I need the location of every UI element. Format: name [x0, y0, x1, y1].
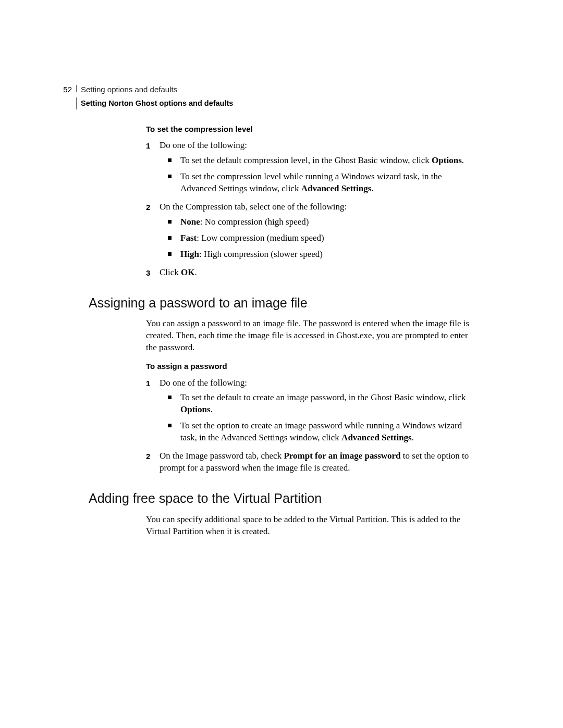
step-body: Do one of the following: To set the defa… — [160, 377, 474, 449]
step-body: Do one of the following: To set the defa… — [160, 140, 474, 199]
heading-assign-password: Assigning a password to an image file — [89, 294, 474, 312]
page-number: 52 — [62, 84, 72, 95]
compression-levels-list: None: No compression (high speed) Fast: … — [160, 216, 474, 261]
bold-term: Options — [180, 404, 211, 414]
bold-term: OK — [181, 267, 194, 277]
password-options-list: To set the default to create an image pa… — [160, 392, 474, 444]
list-item: To set the default compression level, in… — [160, 155, 474, 167]
chapter-title: Setting options and defaults — [81, 84, 177, 95]
procedure-title-compression: To set the compression level — [146, 124, 474, 134]
bold-term: None — [180, 217, 200, 227]
step-3: 3 Click OK. — [146, 267, 474, 279]
list-text: : High compression (slower speed) — [199, 249, 323, 259]
list-text-tail: . — [211, 404, 213, 414]
step-text: Do one of the following: — [160, 378, 247, 388]
step-text: On the Image password tab, check — [160, 451, 284, 461]
compression-options-list: To set the default compression level, in… — [160, 155, 474, 195]
list-text: : Low compression (medium speed) — [197, 233, 324, 243]
step-body: On the Image password tab, check Prompt … — [160, 450, 474, 474]
step-number: 1 — [146, 377, 160, 389]
list-text-tail: . — [371, 183, 373, 193]
step-1: 1 Do one of the following: To set the de… — [146, 377, 474, 449]
list-text-tail: . — [412, 433, 414, 442]
step-text: On the Compression tab, select one of th… — [160, 202, 347, 212]
list-item: Fast: Low compression (medium speed) — [160, 232, 474, 244]
step-number: 1 — [146, 140, 160, 151]
running-header: 52 Setting options and defaults Setting … — [62, 84, 474, 109]
list-text: To set the default compression level, in… — [180, 155, 432, 165]
heading-free-space: Adding free space to the Virtual Partiti… — [89, 490, 474, 508]
bold-term: Fast — [180, 233, 197, 243]
list-item: To set the default to create an image pa… — [160, 392, 474, 416]
section-title: Setting Norton Ghost options and default… — [81, 99, 233, 107]
step-number: 2 — [146, 450, 160, 462]
bold-term: Advanced Settings — [341, 433, 412, 442]
step-number: 2 — [146, 201, 160, 213]
step-1: 1 Do one of the following: To set the de… — [146, 140, 474, 199]
list-text: : No compression (high speed) — [200, 217, 309, 227]
paragraph-assign-password: You can assign a password to an image fi… — [146, 318, 474, 354]
page-body: To set the compression level 1 Do one of… — [89, 121, 474, 545]
header-divider-icon — [76, 85, 77, 92]
paragraph-free-space: You can specify additional space to be a… — [146, 514, 474, 538]
bold-term: Prompt for an image password — [284, 451, 400, 461]
step-body: On the Compression tab, select one of th… — [160, 201, 474, 265]
list-item: To set the compression level while runni… — [160, 171, 474, 195]
step-2: 2 On the Image password tab, check Promp… — [146, 450, 474, 474]
step-text-tail: . — [195, 267, 197, 277]
list-item: High: High compression (slower speed) — [160, 249, 474, 261]
list-item: To set the option to create an image pas… — [160, 420, 474, 444]
running-header-line-1: 52 Setting options and defaults — [62, 84, 474, 95]
step-2: 2 On the Compression tab, select one of … — [146, 201, 474, 265]
step-body: Click OK. — [160, 267, 474, 279]
procedure-title-password: To assign a password — [146, 361, 474, 372]
step-number: 3 — [146, 267, 160, 278]
bold-term: Advanced Settings — [301, 183, 372, 193]
running-header-line-2: Setting Norton Ghost options and default… — [76, 97, 474, 109]
step-text: Click — [160, 267, 181, 277]
list-item: None: No compression (high speed) — [160, 216, 474, 228]
list-text: To set the default to create an image pa… — [180, 392, 466, 402]
list-text: To set the option to create an image pas… — [180, 421, 462, 442]
list-text-tail: . — [462, 155, 464, 165]
step-text: Do one of the following: — [160, 140, 247, 150]
bold-term: High — [180, 249, 199, 259]
bold-term: Options — [432, 155, 462, 165]
